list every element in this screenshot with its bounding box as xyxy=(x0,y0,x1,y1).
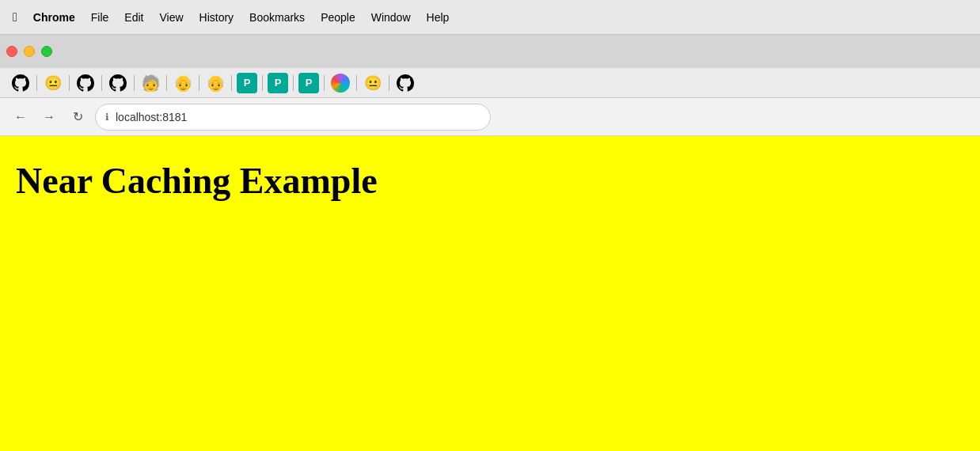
bookmark-github-octocat-4[interactable] xyxy=(394,72,416,94)
bookmark-face-2[interactable]: 👴 xyxy=(172,72,194,94)
close-button[interactable] xyxy=(6,46,17,57)
bookmark-p-3[interactable]: P xyxy=(298,73,319,93)
menu-view[interactable]: View xyxy=(153,9,189,25)
address-text: localhost:8181 xyxy=(116,111,187,123)
bookmark-divider-5 xyxy=(166,75,167,91)
menu-bar:  Chrome File Edit View History Bookmark… xyxy=(0,0,980,35)
spinner-icon xyxy=(331,74,350,93)
bookmark-face-3[interactable]: 👴 xyxy=(204,72,226,94)
bookmark-divider-2 xyxy=(69,75,70,91)
bookmark-divider-12 xyxy=(389,75,389,91)
bookmark-github-octocat-3[interactable] xyxy=(107,72,129,94)
bookmark-divider-1 xyxy=(36,75,37,91)
menu-chrome[interactable]: Chrome xyxy=(27,9,82,25)
menu-edit[interactable]: Edit xyxy=(118,9,150,25)
bookmark-p-1[interactable]: P xyxy=(237,73,257,93)
menu-help[interactable]: Help xyxy=(420,9,456,25)
page-title: Near Caching Example xyxy=(16,160,964,202)
bookmark-divider-10 xyxy=(324,75,325,91)
forward-button[interactable]: → xyxy=(38,106,60,128)
maximize-button[interactable] xyxy=(41,46,52,57)
menu-history[interactable]: History xyxy=(193,9,241,25)
bookmark-divider-9 xyxy=(293,75,294,91)
menu-people[interactable]: People xyxy=(314,9,362,25)
traffic-lights xyxy=(6,46,52,57)
minimize-button[interactable] xyxy=(24,46,35,57)
bookmark-github-octocat-1[interactable] xyxy=(9,72,32,94)
bookmark-divider-4 xyxy=(134,75,135,91)
bookmark-divider-6 xyxy=(199,75,199,91)
back-button[interactable]: ← xyxy=(9,106,32,128)
apple-menu[interactable]:  xyxy=(6,9,24,26)
address-bar[interactable]: ℹ localhost:8181 xyxy=(95,104,491,131)
bookmark-p-2[interactable]: P xyxy=(268,73,288,93)
bookmark-sad-face[interactable]: 😐 xyxy=(42,72,64,94)
bookmark-spinner[interactable] xyxy=(329,72,351,94)
bookmark-sad-face-2[interactable]: 😐 xyxy=(362,72,384,94)
nav-bar: ← → ↻ ℹ localhost:8181 xyxy=(0,98,980,136)
bookmark-divider-8 xyxy=(262,75,263,91)
bookmark-divider-7 xyxy=(231,75,232,91)
bookmarks-bar: 😐 🧓 👴 👴 P P P 😐 xyxy=(0,68,980,98)
page-content: Near Caching Example xyxy=(0,136,980,451)
tab-bar xyxy=(0,35,980,68)
bookmark-face-1[interactable]: 🧓 xyxy=(139,72,161,94)
bookmark-divider-3 xyxy=(101,75,102,91)
bookmark-github-octocat-2[interactable] xyxy=(74,72,97,94)
menu-window[interactable]: Window xyxy=(365,9,417,25)
info-icon: ℹ xyxy=(105,112,109,123)
bookmark-divider-11 xyxy=(356,75,357,91)
reload-button[interactable]: ↻ xyxy=(66,106,89,128)
menu-bookmarks[interactable]: Bookmarks xyxy=(243,9,311,25)
menu-file[interactable]: File xyxy=(85,9,116,25)
